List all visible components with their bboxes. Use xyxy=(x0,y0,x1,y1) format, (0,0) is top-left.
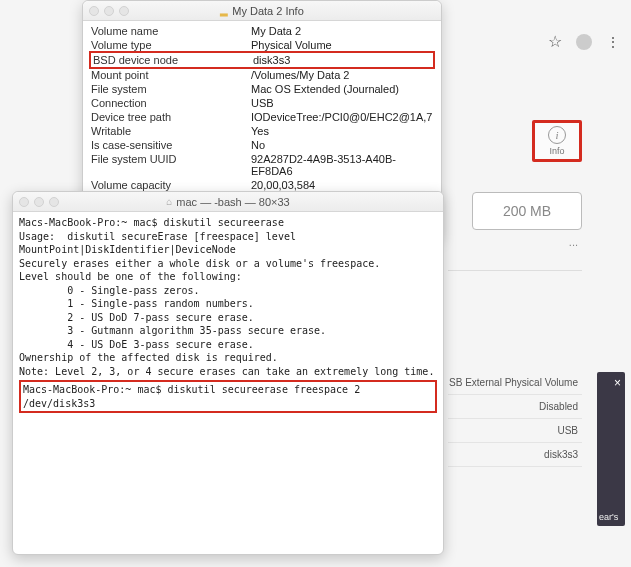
info-value: Mac OS Extended (Journaled) xyxy=(251,83,433,95)
info-row: WritableYes xyxy=(91,124,433,138)
info-icon: i xyxy=(548,126,566,144)
info-label: Volume capacity xyxy=(91,179,251,191)
info-window-title: My Data 2 Info xyxy=(232,5,304,17)
terminal-line: 3 - Gutmann algorithm 35-pass secure era… xyxy=(19,324,437,338)
info-value: IODeviceTree:/PCI0@0/EHC2@1A,7 xyxy=(251,111,433,123)
info-value: USB xyxy=(251,97,433,109)
terminal-line: 0 - Single-pass zeros. xyxy=(19,284,437,298)
info-window-titlebar[interactable]: ▂ My Data 2 Info xyxy=(83,1,441,21)
disk-info-table: SB External Physical Volume Disabled USB… xyxy=(448,371,582,467)
promo-caption: ear's xyxy=(599,512,618,522)
terminal-highlighted-command: Macs-MacBook-Pro:~ mac$ diskutil securee… xyxy=(19,380,437,413)
info-value: disk3s3 xyxy=(253,54,431,66)
info-label: Mount point xyxy=(91,69,251,81)
info-value: My Data 2 xyxy=(251,25,433,37)
info-row: Volume capacity20,00,03,584 xyxy=(91,178,433,192)
terminal-line: 2 - US DoD 7-pass secure erase. xyxy=(19,311,437,325)
disk-info-row: Disabled xyxy=(448,395,582,419)
info-label: Volume type xyxy=(91,39,251,51)
info-value: /Volumes/My Data 2 xyxy=(251,69,433,81)
terminal-line: Securely erases either a whole disk or a… xyxy=(19,257,437,271)
info-row: Volume nameMy Data 2 xyxy=(91,24,433,38)
promo-tile: × ear's xyxy=(597,372,625,526)
info-value: 92A287D2-4A9B-3513-A40B-EF8DA6 xyxy=(251,153,433,177)
terminal-line: 4 - US DoE 3-pass secure erase. xyxy=(19,338,437,352)
info-row: ConnectionUSB xyxy=(91,96,433,110)
browser-menu-icon[interactable]: ⋮ xyxy=(606,34,621,50)
terminal-line: Level should be one of the following: xyxy=(19,270,437,284)
disk-utility-panel: i Info 200 MB ... SB External Physical V… xyxy=(448,120,582,467)
info-value: Yes xyxy=(251,125,433,137)
terminal-line: Ownership of the affected disk is requir… xyxy=(19,351,437,365)
info-label: Volume name xyxy=(91,25,251,37)
info-row: Device tree pathIODeviceTree:/PCI0@0/EHC… xyxy=(91,110,433,124)
terminal-body[interactable]: Macs-MacBook-Pro:~ mac$ diskutil securee… xyxy=(13,212,443,417)
terminal-line: Note: Level 2, 3, or 4 secure erases can… xyxy=(19,365,437,379)
disk-icon: ▂ xyxy=(220,5,228,16)
disk-info-row: disk3s3 xyxy=(448,443,582,467)
partition-size-button[interactable]: 200 MB xyxy=(472,192,582,230)
info-row: File system UUID92A287D2-4A9B-3513-A40B-… xyxy=(91,152,433,178)
terminal-title: mac — -bash — 80×33 xyxy=(176,196,289,208)
info-row: Is case-sensitiveNo xyxy=(91,138,433,152)
terminal-line: Usage: diskutil secureErase [freespace] … xyxy=(19,230,437,257)
info-label: File system xyxy=(91,83,251,95)
info-label: BSD device node xyxy=(93,54,253,66)
info-row: Volume typePhysical Volume xyxy=(91,38,433,52)
divider xyxy=(448,270,582,271)
close-icon[interactable]: × xyxy=(614,376,621,390)
info-row: BSD device nodedisk3s3 xyxy=(89,51,435,69)
profile-avatar-icon[interactable] xyxy=(576,34,592,50)
disk-info-row: USB xyxy=(448,419,582,443)
info-label: Is case-sensitive xyxy=(91,139,251,151)
info-button[interactable]: i Info xyxy=(532,120,582,162)
info-label: File system UUID xyxy=(91,153,251,177)
terminal-line: Macs-MacBook-Pro:~ mac$ diskutil securee… xyxy=(19,216,437,230)
info-label: Device tree path xyxy=(91,111,251,123)
info-value: 20,00,03,584 xyxy=(251,179,433,191)
info-button-label: Info xyxy=(549,146,564,156)
bookmark-star-icon[interactable]: ☆ xyxy=(548,32,562,51)
home-icon: ⌂ xyxy=(166,196,172,207)
info-value: No xyxy=(251,139,433,151)
ellipsis-text: ... xyxy=(448,236,582,248)
info-label: Writable xyxy=(91,125,251,137)
terminal-titlebar[interactable]: ⌂ mac — -bash — 80×33 xyxy=(13,192,443,212)
info-label: Connection xyxy=(91,97,251,109)
info-row: File systemMac OS Extended (Journaled) xyxy=(91,82,433,96)
disk-info-row: SB External Physical Volume xyxy=(448,371,582,395)
terminal-window: ⌂ mac — -bash — 80×33 Macs-MacBook-Pro:~… xyxy=(12,191,444,555)
info-row: Mount point/Volumes/My Data 2 xyxy=(91,68,433,82)
info-value: Physical Volume xyxy=(251,39,433,51)
terminal-line: 1 - Single-pass random numbers. xyxy=(19,297,437,311)
